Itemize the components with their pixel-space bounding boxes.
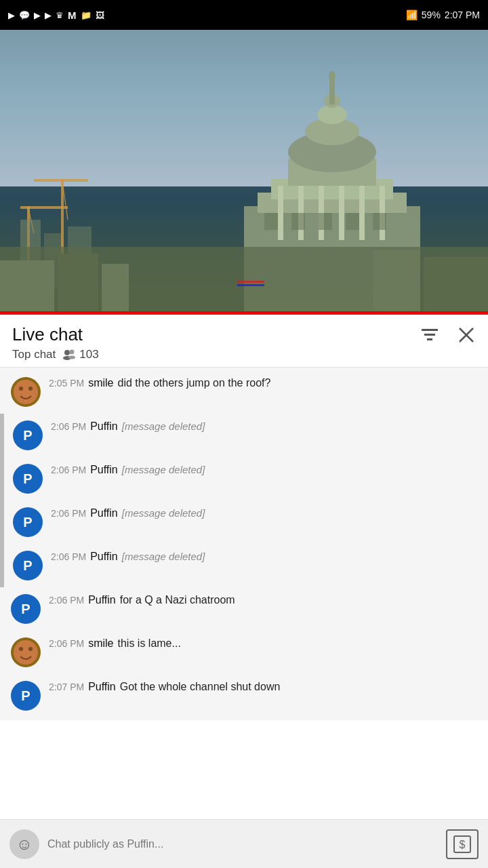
message-text: did the others jump on the roof? [117,377,270,389]
svg-text:$: $ [460,839,466,850]
message-content: 2:06 PMPuffin[message deleted] [51,420,477,433]
crown-icon: ♛ [56,10,64,20]
message-content: 2:07 PMPuffinGot the whole channel shut … [49,681,477,693]
city-background [0,179,488,315]
close-button[interactable] [455,324,477,348]
chat-input-field[interactable] [47,829,438,859]
svg-rect-44 [424,334,435,336]
message-time: 2:06 PM [49,638,84,649]
live-chat-subtitle: Top chat 103 [12,348,476,361]
svg-rect-34 [102,264,129,315]
message-author: Puffin [90,420,118,433]
header-icons [418,324,477,348]
svg-rect-37 [237,281,264,283]
viewers-icon [62,349,76,360]
message-time: 2:06 PM [49,595,84,606]
message-line: 2:06 PMPuffin[message deleted] [51,551,477,563]
chat-messages-list: 2:05 PMsmiledid the others jump on the r… [0,368,488,720]
youtube-icon: ▶ [34,10,41,20]
viewer-count: 103 [62,348,98,361]
m-icon: M [68,9,77,21]
svg-point-13 [317,105,347,124]
youtube2-icon: ▶ [45,10,52,20]
wifi-icon: 📶 [406,9,418,20]
avatar: P [13,420,43,450]
message-author: Puffin [90,507,118,519]
deleted-bar [2,500,4,544]
svg-rect-32 [0,260,54,315]
svg-point-52 [19,647,23,651]
svg-point-49 [19,387,23,391]
message-deleted-text: [message deleted] [122,420,205,432]
svg-point-51 [14,640,38,665]
svg-point-41 [70,350,75,355]
message-content: 2:05 PMsmiledid the others jump on the r… [49,377,477,389]
message-content: 2:06 PMPuffinfor a Q a Nazi chatroom [49,594,477,606]
message-time: 2:06 PM [51,551,86,562]
live-chat-header: Live chat Top chat 103 [0,315,488,368]
message-text: this is lame... [117,637,180,650]
message-line: 2:07 PMPuffinGot the whole channel shut … [49,681,477,693]
svg-rect-45 [427,338,432,340]
deleted-bar [2,544,4,587]
status-bar-right: 📶 59% 2:07 PM [406,9,480,20]
video-player[interactable] [0,30,488,315]
avatar: P [11,594,41,624]
message-content: 2:06 PMPuffin[message deleted] [51,464,477,476]
svg-point-16 [329,71,336,81]
emoji-button[interactable]: ☺ [9,829,39,859]
chat-message: P2:06 PMPuffin[message deleted] [0,414,488,457]
message-text: for a Q a Nazi chatroom [120,594,235,606]
svg-rect-38 [237,284,264,286]
status-bar: ▶ 💬 ▶ ▶ ♛ M 📁 🖼 📶 59% 2:07 PM [0,0,488,30]
avatar [11,377,41,407]
avatar: P [13,464,43,494]
message-line: 2:06 PMsmilethis is lame... [49,637,477,650]
send-icon: $ [452,834,472,854]
deleted-bar [2,457,4,500]
filter-icon [420,327,439,343]
play-icon: ▶ [8,10,15,20]
chat-message: P2:07 PMPuffinGot the whole channel shut… [0,674,488,717]
chat-message: P2:06 PMPuffin[message deleted] [0,457,488,500]
top-chat-label[interactable]: Top chat [12,348,56,361]
deleted-bar [2,414,4,457]
avatar: P [13,551,43,580]
message-time: 2:05 PM [49,378,84,389]
svg-point-50 [28,387,33,391]
send-button[interactable]: $ [446,829,479,859]
avatar: P [13,507,43,537]
time-display: 2:07 PM [445,9,480,20]
message-text: Got the whole channel shut down [120,681,281,693]
svg-rect-36 [424,257,488,315]
message-line: 2:05 PMsmiledid the others jump on the r… [49,377,477,389]
svg-rect-15 [329,77,335,104]
message-author: Puffin [88,681,116,693]
message-author: Puffin [90,551,118,563]
message-line: 2:06 PMPuffin[message deleted] [51,507,477,519]
live-chat-title: Live chat [12,324,476,345]
chat-input-bar: ☺ $ [0,819,488,868]
close-icon [458,327,474,343]
chat-status-icon: 💬 [19,10,30,20]
message-author: smile [88,637,113,650]
message-author: Puffin [88,594,116,606]
message-line: 2:06 PMPuffin[message deleted] [51,464,477,476]
svg-rect-33 [58,254,98,315]
message-author: smile [88,377,113,389]
message-content: 2:06 PMPuffin[message deleted] [51,551,477,563]
filter-button[interactable] [418,324,442,348]
chat-message: P2:06 PMPuffin[message deleted] [0,544,488,587]
svg-rect-43 [422,329,438,331]
message-deleted-text: [message deleted] [122,464,205,475]
message-author: Puffin [90,464,118,476]
message-line: 2:06 PMPuffin[message deleted] [51,420,477,433]
folder-icon: 📁 [81,10,92,20]
svg-point-48 [14,380,38,404]
status-bar-left: ▶ 💬 ▶ ▶ ♛ M 📁 🖼 [8,9,104,21]
chat-message: P2:06 PMPuffinfor a Q a Nazi chatroom [0,587,488,631]
chat-message: P2:06 PMPuffin[message deleted] [0,500,488,544]
avatar [11,637,41,667]
battery-text: 59% [422,9,441,20]
message-content: 2:06 PMsmilethis is lame... [49,637,477,650]
